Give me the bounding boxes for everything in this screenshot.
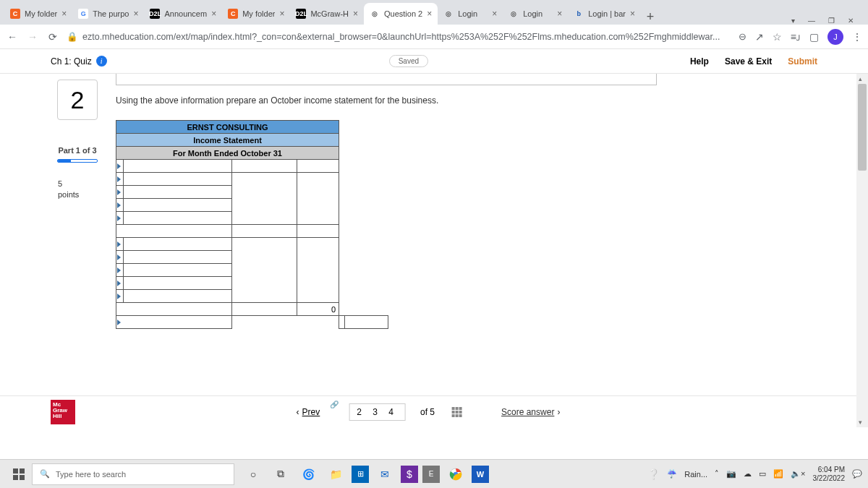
- tab-close-icon[interactable]: ×: [492, 9, 497, 19]
- browser-tab[interactable]: D2LMcGraw-H×: [290, 3, 364, 25]
- minimize-icon[interactable]: —: [808, 17, 815, 25]
- reading-list-icon[interactable]: ≡ᴊ: [791, 31, 801, 43]
- maximize-icon[interactable]: ❐: [828, 17, 835, 25]
- input-cell[interactable]: [116, 316, 232, 329]
- tray-chevron-up-icon[interactable]: ˄: [715, 469, 719, 479]
- wifi-icon[interactable]: 📶: [773, 469, 783, 479]
- kebab-menu-icon[interactable]: ⋮: [852, 31, 862, 43]
- income-statement-table[interactable]: ERNST CONSULTING Income Statement For Mo…: [116, 120, 388, 329]
- tab-close-icon[interactable]: ×: [353, 9, 358, 19]
- start-button[interactable]: [6, 463, 32, 486]
- back-icon[interactable]: ←: [6, 31, 19, 43]
- vertical-scrollbar[interactable]: ▴ ▾: [856, 74, 868, 427]
- tab-title: Announcem: [164, 9, 207, 18]
- grid-view-icon[interactable]: [452, 407, 462, 417]
- taskbar-clock[interactable]: 6:04 PM 3/22/2022: [813, 466, 846, 482]
- weather-text[interactable]: Rain...: [684, 470, 707, 479]
- input-cell[interactable]: [116, 238, 124, 251]
- browser-tab[interactable]: CMy folder×: [222, 3, 290, 25]
- cortana-icon[interactable]: ○: [242, 463, 265, 486]
- saved-status: Saved: [389, 55, 428, 67]
- answer-field-above[interactable]: [116, 74, 657, 85]
- input-cell[interactable]: [116, 199, 124, 212]
- input-cell[interactable]: [116, 186, 124, 199]
- input-cell[interactable]: [116, 212, 124, 225]
- browser-tab[interactable]: ◎Login×: [438, 3, 503, 25]
- chevron-down-icon[interactable]: ▾: [791, 17, 795, 25]
- scroll-up-icon[interactable]: ▴: [859, 75, 862, 82]
- browser-tab[interactable]: ◎Question 2×: [364, 3, 438, 25]
- weather-tray-icon[interactable]: ☔: [667, 469, 677, 479]
- question-sidebar: 2 Part 1 of 3 5 points: [52, 80, 103, 201]
- svg-rect-3: [20, 475, 25, 480]
- task-view-icon[interactable]: ⧉: [269, 463, 292, 486]
- app-icon-purple[interactable]: $: [401, 466, 418, 483]
- submit-link[interactable]: Submit: [788, 56, 817, 67]
- input-cell[interactable]: [116, 251, 124, 264]
- tab-close-icon[interactable]: ×: [61, 9, 67, 19]
- explorer-icon[interactable]: 📁: [324, 463, 347, 486]
- share-icon[interactable]: ↗: [755, 31, 764, 43]
- table-header-period: For Month Ended October 31: [116, 147, 339, 160]
- help-tray-icon[interactable]: ❔: [647, 468, 660, 480]
- scroll-down-icon[interactable]: ▾: [859, 419, 862, 426]
- input-cell[interactable]: [116, 290, 124, 303]
- input-cell[interactable]: [116, 160, 124, 173]
- info-icon[interactable]: i: [96, 56, 107, 67]
- taskbar-search[interactable]: 🔍 Type here to search: [32, 463, 234, 485]
- browser-tab[interactable]: D2LAnnouncem×: [144, 3, 222, 25]
- page-of-label: of 5: [420, 407, 435, 417]
- reload-icon[interactable]: ⟳: [46, 31, 59, 43]
- edge-icon[interactable]: 🌀: [297, 463, 320, 486]
- browser-tab[interactable]: GThe purpo×: [72, 3, 144, 25]
- quiz-header: Ch 1: Quiz i Saved Help Save & Exit Subm…: [0, 49, 868, 74]
- store-icon[interactable]: ⊞: [352, 466, 369, 483]
- tab-title: My folder: [242, 9, 275, 18]
- windows-taskbar: 🔍 Type here to search ○ ⧉ 🌀 📁 ⊞ ✉ $ E W …: [0, 459, 868, 488]
- scroll-thumb[interactable]: [858, 84, 867, 171]
- prev-button[interactable]: ‹ Prev: [297, 407, 320, 417]
- page-indicator[interactable]: 2 3 4: [349, 403, 406, 421]
- chrome-icon[interactable]: [444, 463, 467, 486]
- tab-close-icon[interactable]: ×: [211, 9, 216, 19]
- forward-icon[interactable]: →: [26, 31, 39, 43]
- chevron-right-icon: ›: [557, 407, 560, 417]
- tab-close-icon[interactable]: ×: [133, 9, 138, 19]
- score-answer-button[interactable]: Score answer ›: [501, 407, 560, 417]
- total-cell[interactable]: [345, 316, 388, 329]
- app-icon-grey[interactable]: E: [422, 466, 440, 483]
- save-exit-link[interactable]: Save & Exit: [725, 56, 772, 67]
- close-icon[interactable]: ✕: [848, 17, 854, 25]
- address-bar[interactable]: 🔒 ezto.mheducation.com/ext/map/index.htm…: [67, 31, 731, 42]
- profile-avatar[interactable]: J: [827, 29, 843, 45]
- tab-close-icon[interactable]: ×: [279, 9, 284, 19]
- input-cell[interactable]: [116, 277, 124, 290]
- tab-close-icon[interactable]: ×: [630, 9, 635, 19]
- onedrive-icon[interactable]: ☁: [744, 469, 752, 479]
- word-icon[interactable]: W: [472, 466, 489, 483]
- tab-title: Login | bar: [588, 9, 626, 18]
- tab-title: My folder: [25, 9, 57, 18]
- help-link[interactable]: Help: [690, 56, 709, 67]
- meet-now-icon[interactable]: 📷: [726, 469, 736, 479]
- tab-close-icon[interactable]: ×: [557, 9, 562, 19]
- extension-icon[interactable]: ▢: [809, 31, 819, 43]
- input-cell[interactable]: [116, 173, 124, 186]
- mail-icon[interactable]: ✉: [373, 463, 396, 486]
- browser-toolbar: ← → ⟳ 🔒 ezto.mheducation.com/ext/map/ind…: [0, 25, 868, 49]
- tab-favicon: b: [574, 9, 584, 19]
- zoom-icon[interactable]: ⊖: [739, 31, 746, 42]
- tab-favicon: C: [228, 9, 238, 19]
- browser-tab[interactable]: bLogin | bar×: [568, 3, 641, 25]
- browser-tab[interactable]: CMy folder×: [4, 3, 72, 25]
- star-icon[interactable]: ☆: [773, 31, 782, 43]
- volume-icon[interactable]: 🔈×: [791, 469, 805, 479]
- chapter-title: Ch 1: Quiz: [51, 56, 92, 67]
- battery-icon[interactable]: ▭: [759, 469, 766, 479]
- question-number-box: 2: [57, 80, 98, 120]
- new-tab-button[interactable]: +: [641, 9, 660, 25]
- tab-close-icon[interactable]: ×: [427, 9, 432, 19]
- input-cell[interactable]: [116, 264, 124, 277]
- browser-tab[interactable]: ◎Login×: [503, 3, 568, 25]
- notifications-icon[interactable]: 💬: [852, 469, 862, 479]
